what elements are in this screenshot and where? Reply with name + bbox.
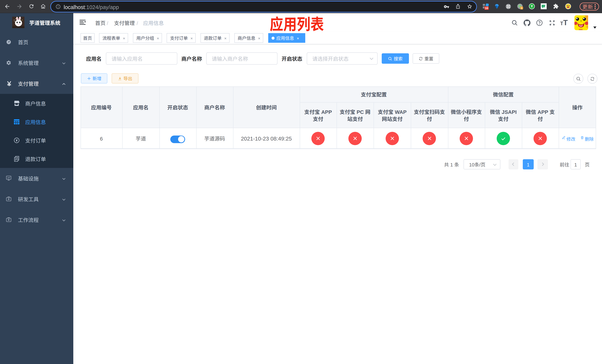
svg-text:1: 1 (521, 7, 522, 10)
svg-text:10: 10 (485, 7, 488, 10)
